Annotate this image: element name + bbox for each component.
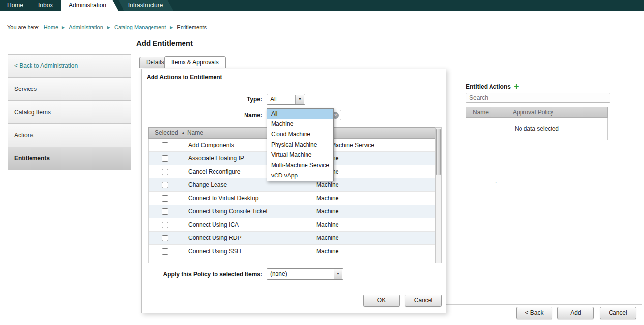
table-row: Connect Using Console Ticket Machine: [149, 205, 435, 218]
dropdown-option-machine[interactable]: Machine: [267, 119, 333, 129]
dropdown-option-cloud-machine[interactable]: Cloud Machine: [267, 129, 333, 140]
ok-button[interactable]: OK: [363, 295, 400, 307]
stray-mark: .: [495, 178, 497, 185]
action-name: Connect to Virtual Desktop: [181, 195, 316, 202]
page-title: Add Entitlement: [136, 39, 193, 47]
tab-items-approvals[interactable]: Items & Approvals: [164, 56, 226, 68]
action-name: Connect Using SSH: [181, 248, 316, 255]
name-label: Name:: [144, 112, 262, 118]
dropdown-option-vcd-vapp[interactable]: vCD vApp: [267, 171, 333, 181]
sidebar-item-actions[interactable]: Actions: [8, 124, 131, 147]
breadcrumb-link-catalog-management[interactable]: Catalog Management: [114, 24, 166, 30]
sort-asc-icon: ▲: [181, 128, 185, 138]
nav-tab-home[interactable]: Home: [7, 0, 23, 11]
table-row: Connect to Virtual Desktop Machine: [149, 192, 435, 205]
row-checkbox[interactable]: [162, 248, 168, 255]
apply-policy-value: (none): [267, 269, 334, 279]
action-type: Multi-Machine Service: [316, 142, 435, 148]
row-checkbox[interactable]: [162, 182, 168, 188]
table-row: Connect Using ICA Machine: [149, 218, 435, 232]
add-button[interactable]: Add: [557, 307, 594, 319]
nav-tab-inbox[interactable]: Inbox: [38, 0, 53, 11]
entitled-column-approval-policy[interactable]: Approval Policy: [513, 107, 607, 117]
nav-tab-infrastructure[interactable]: Infrastructure: [118, 0, 173, 11]
type-label: Type:: [144, 96, 262, 103]
type-select-value: All: [267, 94, 296, 104]
action-type: Machine: [316, 181, 435, 188]
row-checkbox[interactable]: [162, 208, 168, 215]
breadcrumb-current-entitlements: Entitlements: [177, 24, 207, 30]
scrollbar-thumb[interactable]: [436, 129, 441, 175]
type-select[interactable]: All ▼: [267, 94, 305, 105]
action-name: Change Lease: [181, 181, 316, 188]
sidebar-left-border: [8, 54, 8, 324]
dialog-cancel-button[interactable]: Cancel: [405, 295, 442, 307]
sidebar-item-catalog-items[interactable]: Catalog Items: [8, 101, 131, 124]
action-type: Machine: [316, 235, 435, 241]
sidebar-back-link[interactable]: < Back to Administration: [8, 55, 131, 78]
vcac-window: Home Inbox Administration Infrastructure…: [0, 0, 644, 325]
sidebar-item-entitlements[interactable]: Entitlements: [8, 147, 131, 170]
back-button[interactable]: < Back: [516, 307, 552, 319]
dropdown-option-physical-machine[interactable]: Physical Machine: [267, 140, 333, 150]
action-type: Machine: [316, 155, 435, 162]
nav-tab-administration[interactable]: Administration: [61, 0, 118, 11]
row-checkbox[interactable]: [162, 222, 168, 228]
action-name: Connect Using Console Ticket: [181, 208, 316, 215]
breadcrumb-arrow-icon: ▶: [107, 25, 110, 30]
sidebar: < Back to Administration Services Catalo…: [8, 54, 131, 170]
row-checkbox[interactable]: [162, 142, 168, 148]
entitled-actions-title: Entitled Actions: [466, 83, 511, 90]
chevron-down-icon[interactable]: ▼: [295, 95, 304, 104]
name-type-dropdown-list: All Machine Cloud Machine Physical Machi…: [267, 108, 334, 181]
action-type: Machine: [316, 195, 435, 202]
table-row: Connect Using SSH Machine: [149, 245, 435, 258]
footer-cancel-button[interactable]: Cancel: [600, 307, 636, 319]
table-row: Connect Using RDP Machine: [149, 232, 435, 245]
add-actions-dialog: Add Actions to Entitlement Type: All ▼ N…: [141, 69, 446, 313]
entitled-actions-search-input[interactable]: [466, 93, 610, 103]
chevron-down-icon[interactable]: ▼: [334, 269, 342, 279]
row-checkbox[interactable]: [162, 235, 168, 241]
action-type: Machine: [316, 168, 435, 175]
row-checkbox[interactable]: [162, 169, 168, 175]
dropdown-option-all[interactable]: All: [267, 109, 333, 119]
column-type[interactable]: Type: [316, 128, 435, 138]
breadcrumb-link-administration[interactable]: Administration: [69, 24, 103, 30]
breadcrumb: You are here: Home ▶ Administration ▶ Ca…: [7, 24, 207, 30]
row-checkbox[interactable]: [162, 155, 168, 162]
breadcrumb-arrow-icon: ▶: [62, 25, 65, 30]
action-type: Machine: [316, 208, 435, 215]
plus-icon[interactable]: +: [514, 81, 519, 91]
column-name-label: Name: [187, 128, 203, 138]
sidebar-item-services[interactable]: Services: [8, 78, 131, 101]
apply-policy-select[interactable]: (none) ▼: [267, 268, 343, 280]
column-selected: Selected: [149, 128, 181, 138]
dropdown-option-virtual-machine[interactable]: Virtual Machine: [267, 150, 333, 160]
action-name: Connect Using ICA: [181, 221, 316, 228]
breadcrumb-link-home[interactable]: Home: [44, 24, 58, 30]
breadcrumb-prefix: You are here:: [7, 24, 40, 30]
row-checkbox[interactable]: [162, 195, 168, 202]
no-data-text: No data selected: [515, 125, 559, 132]
action-type: Machine: [316, 248, 435, 255]
footer-separator: [446, 304, 642, 305]
breadcrumb-arrow-icon: ▶: [170, 25, 173, 30]
action-name: Connect Using RDP: [181, 235, 316, 241]
action-type: Machine: [316, 221, 435, 228]
entitled-actions-empty-state: No data selected: [466, 118, 608, 140]
entitled-actions-table-header: Name Approval Policy: [466, 107, 608, 118]
dialog-title: Add Actions to Entitlement: [147, 74, 222, 81]
vertical-scrollbar[interactable]: [435, 127, 442, 263]
dropdown-option-multi-machine-service[interactable]: Multi-Machine Service: [267, 160, 333, 171]
entitled-column-name[interactable]: Name: [466, 107, 513, 117]
top-nav-bar: Home Inbox Administration Infrastructure: [0, 0, 644, 11]
apply-policy-label: Apply this Policy to selected Items:: [144, 271, 262, 278]
